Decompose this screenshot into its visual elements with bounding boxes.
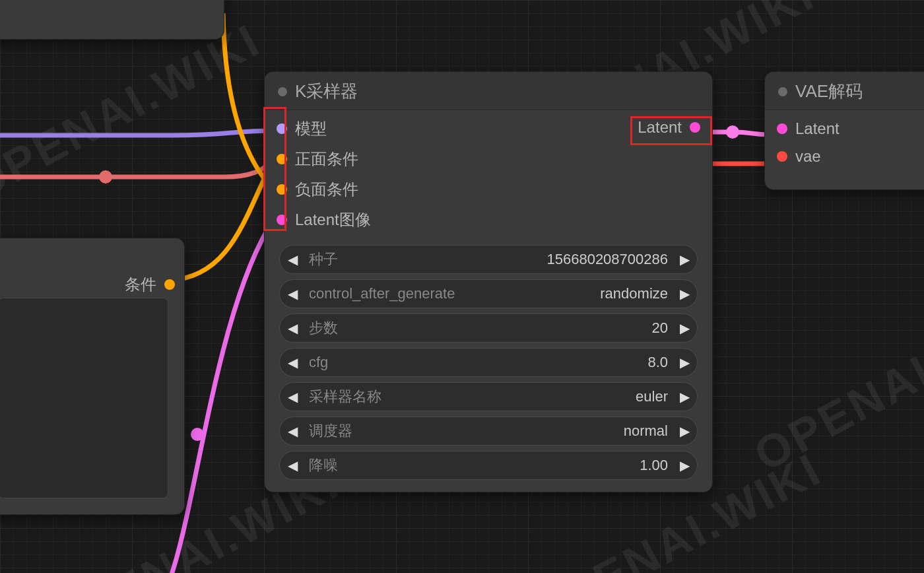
- widget-steps-label: 步数: [306, 318, 647, 338]
- chevron-right-icon[interactable]: ▶: [676, 354, 693, 371]
- node-header[interactable]: K采样器: [265, 72, 712, 110]
- input-port-latent-image[interactable]: [277, 215, 287, 225]
- chevron-left-icon[interactable]: ◀: [284, 251, 301, 268]
- widget-denoise-label: 降噪: [306, 455, 634, 475]
- chevron-right-icon[interactable]: ▶: [676, 251, 693, 268]
- widget-cag-value[interactable]: randomize: [600, 285, 671, 302]
- output-conditioning-label: 条件: [125, 274, 156, 295]
- input-label-positive: 正面条件: [295, 149, 358, 170]
- collapse-dot-icon[interactable]: [778, 87, 787, 96]
- widget-steps[interactable]: ◀ 步数 20 ▶: [279, 314, 698, 343]
- partial-node-top-left[interactable]: [0, 0, 224, 40]
- widget-cfg-label: cfg: [306, 354, 642, 371]
- collapse-dot-icon[interactable]: [278, 87, 287, 96]
- input-label-vae: vae: [795, 147, 821, 166]
- widget-sampler[interactable]: ◀ 采样器名称 euler ▶: [279, 382, 698, 411]
- prompt-text-area[interactable]: [0, 298, 168, 498]
- widget-control-after-generate[interactable]: ◀ control_after_generate randomize ▶: [279, 279, 698, 308]
- widget-cag-label: control_after_generate: [306, 285, 595, 302]
- chevron-left-icon[interactable]: ◀: [284, 285, 301, 302]
- chevron-left-icon[interactable]: ◀: [284, 457, 301, 474]
- widget-sampler-label: 采样器名称: [306, 387, 630, 407]
- input-port-model[interactable]: [277, 123, 287, 134]
- chevron-left-icon[interactable]: ◀: [284, 388, 301, 405]
- chevron-left-icon[interactable]: ◀: [284, 354, 301, 371]
- node-title: VAE解码: [795, 80, 863, 103]
- node-header[interactable]: VAE解码: [765, 72, 924, 110]
- widget-scheduler-label: 调度器: [306, 421, 618, 441]
- widget-cfg[interactable]: ◀ cfg 8.0 ▶: [279, 348, 698, 377]
- widget-denoise-value[interactable]: 1.00: [640, 457, 671, 474]
- input-label-latent: Latent: [795, 119, 840, 138]
- partial-node-prompt[interactable]: 条件: [0, 238, 185, 515]
- input-port-vae[interactable]: [777, 151, 787, 162]
- chevron-right-icon[interactable]: ▶: [676, 285, 693, 302]
- node-title: K采样器: [295, 80, 358, 103]
- chevron-right-icon[interactable]: ▶: [676, 320, 693, 337]
- input-port-latent[interactable]: [777, 123, 787, 134]
- input-label-latent-image: Latent图像: [295, 209, 371, 230]
- chevron-right-icon[interactable]: ▶: [676, 422, 693, 440]
- node-vae-decode[interactable]: VAE解码 Latent vae: [764, 71, 924, 190]
- chevron-left-icon[interactable]: ◀: [284, 320, 301, 337]
- output-label-latent: Latent: [638, 118, 682, 137]
- input-port-positive[interactable]: [277, 154, 287, 164]
- chevron-right-icon[interactable]: ▶: [676, 457, 693, 474]
- widget-seed-label: 种子: [306, 250, 541, 269]
- widget-scheduler-value[interactable]: normal: [624, 422, 671, 440]
- input-port-negative[interactable]: [277, 184, 287, 195]
- input-label-model: 模型: [295, 118, 327, 139]
- output-port-conditioning[interactable]: [164, 279, 175, 290]
- widget-sampler-value[interactable]: euler: [636, 388, 671, 405]
- widget-scheduler[interactable]: ◀ 调度器 normal ▶: [279, 417, 698, 446]
- widget-denoise[interactable]: ◀ 降噪 1.00 ▶: [279, 451, 698, 480]
- output-port-latent[interactable]: [690, 122, 700, 133]
- widget-cfg-value[interactable]: 8.0: [647, 354, 671, 371]
- widget-seed-value[interactable]: 156680208700286: [546, 251, 671, 268]
- widget-seed[interactable]: ◀ 种子 156680208700286 ▶: [279, 245, 698, 274]
- chevron-left-icon[interactable]: ◀: [284, 422, 301, 440]
- node-ksampler[interactable]: K采样器 模型 正面条件 负面条件 Latent图像 Latent: [264, 71, 713, 492]
- input-label-negative: 负面条件: [295, 179, 358, 200]
- widget-steps-value[interactable]: 20: [652, 320, 671, 337]
- chevron-right-icon[interactable]: ▶: [676, 388, 693, 405]
